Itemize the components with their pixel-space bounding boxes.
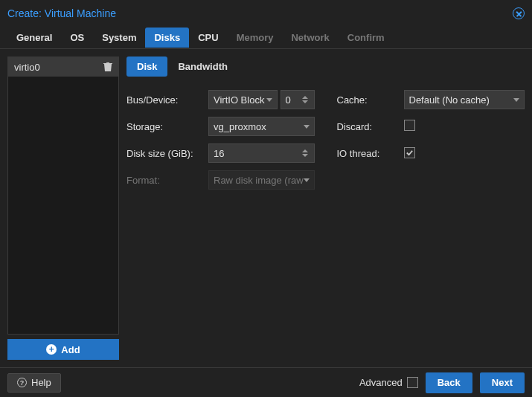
bus-label: Bus/Device:: [126, 94, 208, 106]
chevron-down-icon: [304, 125, 310, 129]
disk-list: virtio0: [7, 57, 119, 335]
format-value: Raw disk image (raw: [214, 175, 304, 186]
form-col-left: Bus/Device: VirtIO Block 0: [126, 90, 315, 190]
arrow-up-icon[interactable]: [302, 149, 308, 152]
discard-checkbox[interactable]: [404, 120, 415, 131]
tab-os[interactable]: OS: [61, 28, 93, 48]
cache-select[interactable]: Default (No cache): [404, 90, 525, 109]
advanced-toggle[interactable]: Advanced: [359, 377, 418, 388]
tab-general[interactable]: General: [7, 28, 61, 48]
list-item[interactable]: virtio0: [8, 57, 118, 77]
trash-icon[interactable]: [103, 62, 112, 72]
next-button[interactable]: Next: [480, 372, 525, 393]
help-button[interactable]: ? Help: [7, 373, 61, 393]
chevron-down-icon: [304, 178, 310, 182]
device-index-stepper[interactable]: 0: [281, 90, 315, 109]
format-select: Raw disk image (raw: [208, 170, 315, 190]
tab-network: Network: [282, 28, 338, 48]
tab-disks[interactable]: Disks: [145, 28, 189, 48]
form-grid: Bus/Device: VirtIO Block 0: [126, 90, 525, 190]
iothread-checkbox[interactable]: [404, 147, 415, 158]
dialog-footer: ? Help Advanced Back Next: [0, 367, 532, 397]
titlebar: Create: Virtual Machine: [0, 0, 532, 27]
advanced-checkbox[interactable]: [407, 377, 418, 388]
add-button-label: Add: [61, 344, 80, 355]
back-button[interactable]: Back: [426, 372, 472, 393]
bus-value: VirtIO Block: [214, 94, 264, 106]
discard-label: Discard:: [337, 121, 404, 132]
subtab-bandwidth[interactable]: Bandwidth: [167, 57, 237, 77]
help-icon: ?: [17, 378, 27, 387]
cache-value: Default (No cache): [409, 94, 490, 106]
iothread-label: IO thread:: [337, 148, 404, 159]
storage-value: vg_proxmox: [214, 121, 266, 132]
close-icon[interactable]: [513, 7, 525, 19]
tab-cpu[interactable]: CPU: [189, 28, 227, 48]
format-label: Format:: [126, 175, 208, 186]
dialog-title: Create: Virtual Machine: [7, 7, 116, 19]
disk-sidebar: virtio0 + Add: [7, 57, 119, 360]
tab-memory: Memory: [228, 28, 283, 48]
dialog-body: virtio0 + Add Disk Bandwidth Bus/Devic: [0, 49, 532, 367]
subtab-disk[interactable]: Disk: [126, 57, 167, 77]
disk-size-input[interactable]: [214, 148, 310, 159]
tab-confirm: Confirm: [339, 28, 394, 48]
arrow-down-icon[interactable]: [302, 154, 308, 157]
chevron-down-icon: [513, 98, 519, 102]
disk-item-label: virtio0: [14, 62, 40, 73]
storage-label: Storage:: [126, 121, 208, 132]
cache-label: Cache:: [337, 94, 404, 106]
disk-subtabs: Disk Bandwidth: [126, 57, 525, 77]
wizard-tabs: General OS System Disks CPU Memory Netwo…: [0, 27, 532, 49]
disk-config-main: Disk Bandwidth Bus/Device: VirtIO Block: [126, 57, 525, 360]
storage-select[interactable]: vg_proxmox: [208, 117, 315, 136]
tab-system[interactable]: System: [93, 28, 145, 48]
arrow-up-icon[interactable]: [302, 96, 308, 99]
device-index-value: 0: [286, 94, 291, 106]
advanced-label: Advanced: [359, 377, 403, 388]
plus-icon: +: [46, 344, 57, 355]
create-vm-dialog: Create: Virtual Machine General OS Syste…: [0, 0, 532, 397]
form-col-right: Cache: Default (No cache) Discard:: [337, 90, 525, 190]
bus-select[interactable]: VirtIO Block: [208, 90, 278, 109]
arrow-down-icon[interactable]: [302, 100, 308, 103]
disk-size-stepper[interactable]: [208, 143, 315, 163]
help-label: Help: [31, 377, 51, 388]
add-disk-button[interactable]: + Add: [7, 339, 119, 360]
chevron-down-icon: [266, 98, 272, 102]
size-label: Disk size (GiB):: [126, 148, 208, 159]
